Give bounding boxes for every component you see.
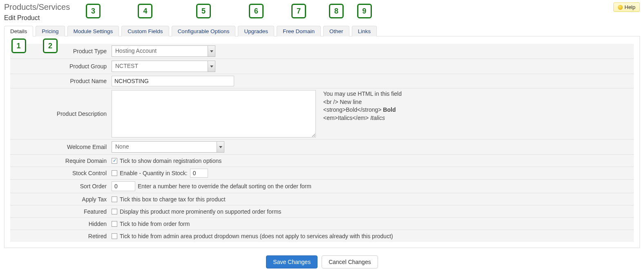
cancel-button[interactable]: Cancel Changes [322,255,378,268]
product-description-label: Product Description [10,111,112,117]
apply-tax-label: Apply Tax [10,196,112,203]
product-type-value: Hosting Account [112,46,208,56]
tab-bar: Details1Pricing2Module Settings3Custom F… [4,26,640,36]
apply-tax-text: Tick this box to charge tax for this pro… [120,196,226,203]
featured-label: Featured [10,208,112,215]
retired-checkbox[interactable] [112,233,117,239]
welcome-email-label: Welcome Email [10,144,112,150]
tab-links[interactable]: Links9 [352,26,377,36]
stock-control-text: Enable - Quantity in Stock: [120,170,188,176]
stock-control-label: Stock Control [10,170,112,176]
stock-control-checkbox[interactable] [112,170,117,176]
require-domain-text: Tick to show domain registration options [120,158,221,164]
welcome-email-value: None [112,142,217,152]
save-button[interactable]: Save Changes [266,255,318,268]
tab-custom-fields[interactable]: Custom Fields4 [121,26,169,36]
annotation-badge: 8 [329,4,344,18]
sort-order-input[interactable] [112,181,135,191]
annotation-badge: 7 [291,4,306,18]
annotation-badge: 1 [11,38,26,53]
help-button-label: Help [624,4,635,10]
page-subtitle: Edit Product [4,14,70,22]
description-help-text: You may use HTML in this field <br /> Ne… [323,90,402,122]
require-domain-checkbox[interactable] [112,158,117,164]
apply-tax-checkbox[interactable] [112,196,117,202]
product-group-value: NCTEST [112,61,208,72]
product-type-select[interactable]: Hosting Account [112,45,215,57]
hidden-label: Hidden [10,221,112,227]
lightbulb-icon [618,5,623,10]
annotation-badge: 2 [43,38,58,53]
tab-details[interactable]: Details1 [4,26,33,36]
product-group-label: Product Group [10,63,112,70]
tab-other[interactable]: Other8 [323,26,349,36]
tab-configurable-options[interactable]: Configurable Options5 [172,26,236,36]
page-title: Products/Services [4,2,70,12]
chevron-down-icon [208,46,215,56]
sort-order-text: Enter a number here to override the defa… [138,183,311,190]
product-name-input[interactable] [112,76,234,86]
product-name-label: Product Name [10,78,112,84]
annotation-badge: 9 [357,4,372,18]
annotation-badge: 3 [86,4,101,18]
tab-panel-details: Product Type Hosting Account Product Gro… [4,36,640,248]
help-button[interactable]: Help [613,2,640,12]
hidden-checkbox[interactable] [112,221,117,227]
annotation-badge: 4 [138,4,152,18]
annotation-badge: 6 [249,4,264,18]
tab-module-settings[interactable]: Module Settings3 [67,26,119,36]
tab-pricing[interactable]: Pricing2 [36,26,65,36]
welcome-email-select[interactable]: None [112,141,224,153]
product-description-textarea[interactable] [112,90,316,138]
product-group-select[interactable]: NCTEST [112,61,215,72]
tab-free-domain[interactable]: Free Domain7 [277,26,321,36]
stock-quantity-input[interactable] [190,169,208,178]
annotation-badge: 5 [196,4,211,18]
retired-label: Retired [10,233,112,239]
featured-text: Display this product more prominently on… [120,208,281,215]
sort-order-label: Sort Order [10,183,112,190]
require-domain-label: Require Domain [10,158,112,164]
featured-checkbox[interactable] [112,209,117,214]
hidden-text: Tick to hide from order form [120,221,190,227]
tab-upgrades[interactable]: Upgrades6 [238,26,274,36]
footer-buttons: Save Changes Cancel Changes [4,255,640,268]
chevron-down-icon [208,61,215,72]
retired-text: Tick to hide from admin area product dro… [120,233,393,239]
chevron-down-icon [217,142,224,152]
